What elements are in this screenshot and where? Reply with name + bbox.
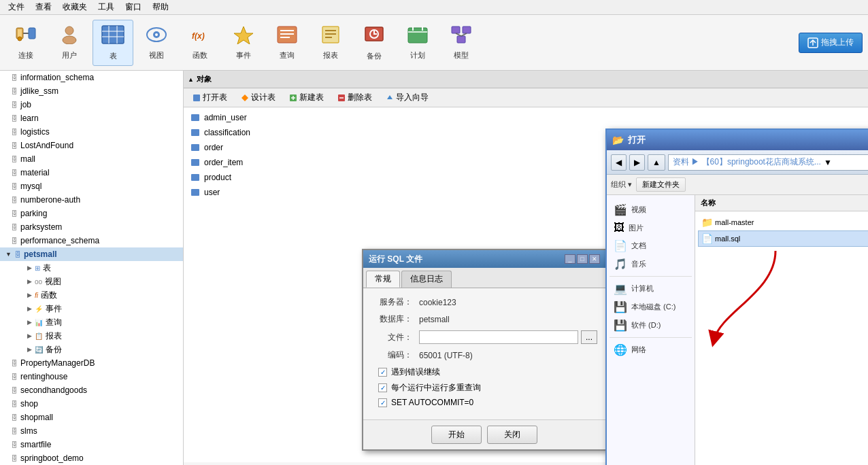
col-name[interactable]: 名称 bbox=[698, 196, 868, 209]
sidebar-item-numberone-auth[interactable]: 🗄 numberone-auth bbox=[0, 193, 183, 207]
new-folder-btn[interactable]: 新建文件夹 bbox=[636, 177, 686, 192]
query-icon bbox=[276, 25, 298, 49]
scroll-up-icon[interactable]: ▲ bbox=[188, 76, 194, 83]
upload-label: 拖拽上传 bbox=[821, 37, 854, 48]
sidebar-item-material[interactable]: 🗄 material bbox=[0, 166, 183, 179]
design-table-btn[interactable]: 设计表 bbox=[235, 90, 282, 105]
nav-path: 资料 ▶ 【60】springboot花店商城系统... ▼ bbox=[668, 154, 868, 171]
sidebar-item-smartfile[interactable]: 🗄 smartfile bbox=[0, 438, 183, 451]
run-sql-close[interactable]: ✕ bbox=[589, 254, 600, 264]
import-wizard-btn[interactable]: 导入向导 bbox=[380, 90, 435, 105]
sidebar-item-information_schema[interactable]: 🗄 information_schema bbox=[0, 71, 183, 84]
sidebar-item-secondhandgoods[interactable]: 🗄 secondhandgoods bbox=[0, 383, 183, 397]
model-button[interactable]: 模型 bbox=[441, 20, 482, 66]
table-button[interactable]: 表 bbox=[93, 20, 133, 66]
file-browse-btn[interactable]: ... bbox=[581, 330, 597, 344]
checkbox-autocommit[interactable]: ✓ bbox=[378, 398, 387, 407]
checkbox-error-continue[interactable]: ✓ bbox=[378, 368, 387, 377]
file-row-mall-sql[interactable]: 📄 mall.sql 2019/2/28 11:27 SQL 文件 bbox=[698, 230, 868, 247]
sidebar-child-backup[interactable]: ▶ 🔄 备份 bbox=[16, 343, 183, 356]
sidebar-item-shopmall[interactable]: 🗄 shopmall bbox=[0, 411, 183, 424]
nav-path-text[interactable]: 资料 ▶ 【60】springboot花店商城系统... bbox=[673, 156, 821, 168]
sidebar-item-learn[interactable]: 🗄 learn bbox=[0, 111, 183, 125]
report-button[interactable]: 报表 bbox=[310, 20, 351, 66]
backup-label: 备份 bbox=[367, 51, 382, 61]
close-button[interactable]: 关闭 bbox=[487, 426, 537, 444]
sidebar-item-parking[interactable]: 🗄 parking bbox=[0, 207, 183, 220]
table-row-icon bbox=[190, 143, 200, 152]
sidebar-item-shop[interactable]: 🗄 shop bbox=[0, 397, 183, 411]
od-sidebar-soft-disk[interactable]: 💾 软件 (D:) bbox=[610, 316, 692, 334]
file-input[interactable] bbox=[419, 330, 578, 344]
sidebar-item-parksystem[interactable]: 🗄 parksystem bbox=[0, 220, 183, 234]
od-sidebar-docs[interactable]: 📄 文档 bbox=[610, 237, 692, 255]
connect-label: 连接 bbox=[18, 50, 33, 61]
checkbox-multi-query[interactable]: ✓ bbox=[378, 383, 387, 392]
od-sidebar-video[interactable]: 🎬 视频 bbox=[610, 201, 692, 219]
pictures-icon: 🖼 bbox=[614, 222, 624, 234]
menu-view[interactable]: 查看 bbox=[30, 0, 57, 14]
sidebar-child-view[interactable]: ▶ oo 视图 bbox=[16, 275, 183, 288]
sidebar-child-table[interactable]: ▶ ⊞ 表 bbox=[16, 261, 183, 275]
menu-window[interactable]: 窗口 bbox=[120, 0, 147, 14]
sidebar-item-rentinghouse[interactable]: 🗄 rentinghouse bbox=[0, 370, 183, 383]
od-sidebar-computer[interactable]: 💻 计算机 bbox=[610, 279, 692, 298]
sidebar-child-report[interactable]: ▶ 📋 报表 bbox=[16, 329, 183, 343]
nav-dropdown-icon[interactable]: ▼ bbox=[824, 158, 832, 167]
od-sidebar-pictures[interactable]: 🖼 图片 bbox=[610, 219, 692, 237]
event-button[interactable]: 事件 bbox=[223, 20, 264, 66]
tab-general[interactable]: 常规 bbox=[366, 271, 400, 288]
sidebar-item-LostAndFound[interactable]: 🗄 LostAndFound bbox=[0, 139, 183, 152]
server-label: 服务器： bbox=[371, 296, 412, 308]
function-button[interactable]: f(x) 函数 bbox=[180, 20, 220, 66]
schedule-button[interactable]: 计划 bbox=[397, 20, 438, 66]
network-icon: 🌐 bbox=[614, 343, 627, 356]
sidebar-item-slms[interactable]: 🗄 slms bbox=[0, 424, 183, 438]
sidebar-child-function[interactable]: ▶ fi 函数 bbox=[16, 288, 183, 302]
back-btn[interactable]: ◀ bbox=[611, 154, 627, 171]
sidebar-item-petsmall[interactable]: ▼ 🗄 petsmall bbox=[0, 247, 183, 261]
menu-tools[interactable]: 工具 bbox=[93, 0, 120, 14]
tab-log[interactable]: 信息日志 bbox=[401, 271, 452, 288]
open-dialog-folder-icon: 📂 bbox=[612, 135, 624, 145]
run-sql-minimize[interactable]: _ bbox=[565, 254, 575, 264]
view-button[interactable]: 视图 bbox=[136, 20, 177, 66]
run-sql-maximize[interactable]: □ bbox=[577, 254, 588, 264]
menu-help[interactable]: 帮助 bbox=[147, 0, 174, 14]
open-dialog-body: 🎬 视频 🖼 图片 📄 文档 🎵 音乐 bbox=[607, 195, 868, 465]
new-table-btn[interactable]: 新建表 bbox=[283, 90, 330, 105]
menu-file[interactable]: 文件 bbox=[3, 0, 30, 14]
folder-icon: 📁 bbox=[701, 217, 715, 228]
upload-button[interactable]: 拖拽上传 bbox=[799, 33, 863, 53]
up-btn[interactable]: ▲ bbox=[648, 154, 665, 171]
file-row-mall-master[interactable]: 📁 mall-master 2019/2/28 10:15 文件夹 bbox=[698, 214, 868, 230]
od-sidebar-music[interactable]: 🎵 音乐 bbox=[610, 255, 692, 273]
sidebar-item-job[interactable]: 🗄 job bbox=[0, 98, 183, 111]
table-row[interactable]: admin_user bbox=[186, 110, 865, 125]
sidebar-item-logistics[interactable]: 🗄 logistics bbox=[0, 125, 183, 139]
user-button[interactable]: 用户 bbox=[49, 20, 90, 66]
menu-favorites[interactable]: 收藏夹 bbox=[57, 0, 93, 14]
sidebar-item-performance_schema[interactable]: 🗄 performance_schema bbox=[0, 234, 183, 247]
backup-button[interactable]: 备份 bbox=[354, 20, 395, 66]
sidebar-item-PropertyManagerDB[interactable]: 🗄 PropertyManagerDB bbox=[0, 356, 183, 370]
connect-button[interactable]: 连接 bbox=[5, 20, 46, 66]
backup-icon bbox=[363, 24, 386, 50]
sidebar-item-jdlike_ssm[interactable]: 🗄 jdlike_ssm bbox=[0, 84, 183, 98]
start-button[interactable]: 开始 bbox=[431, 426, 482, 444]
od-sidebar-local-disk[interactable]: 💾 本地磁盘 (C:) bbox=[610, 298, 692, 316]
sidebar-child-query[interactable]: ▶ 📊 查询 bbox=[16, 315, 183, 329]
delete-table-btn[interactable]: 删除表 bbox=[331, 90, 378, 105]
run-sql-tabs: 常规 信息日志 bbox=[363, 268, 605, 288]
open-table-btn[interactable]: 打开表 bbox=[186, 90, 233, 105]
run-sql-body: 服务器： cookie123 数据库： petsmall 文件： ... 编码：… bbox=[363, 288, 605, 419]
sidebar-item-mysql[interactable]: 🗄 mysql bbox=[0, 179, 183, 193]
svg-rect-32 bbox=[463, 27, 471, 33]
open-dialog: 📂 打开 _ □ ✕ ◀ ▶ ▲ 资料 ▶ 【60】springboot花店商城… bbox=[605, 128, 868, 465]
sidebar-item-mall[interactable]: 🗄 mall bbox=[0, 152, 183, 166]
forward-btn[interactable]: ▶ bbox=[629, 154, 645, 171]
query-button[interactable]: 查询 bbox=[267, 20, 307, 66]
sidebar-item-springboot_demo[interactable]: 🗄 springboot_demo bbox=[0, 451, 183, 465]
od-sidebar-network[interactable]: 🌐 网络 bbox=[610, 341, 692, 359]
sidebar-child-event[interactable]: ▶ ⚡ 事件 bbox=[16, 302, 183, 315]
